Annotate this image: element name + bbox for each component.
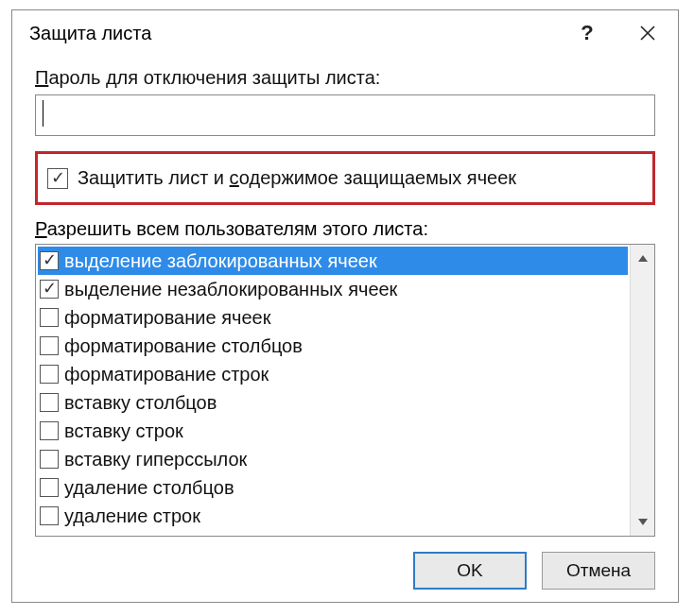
dialog-content: Пароль для отключения защиты листа: Защи… [12,56,678,537]
permission-label: форматирование столбцов [64,335,303,357]
scroll-track[interactable] [631,271,654,509]
close-button[interactable] [617,10,678,56]
permissions-label-hotkey: Р [35,218,47,239]
permissions-listbox-wrap: выделение заблокированных ячееквыделение… [35,244,655,537]
password-label-hotkey: П [35,67,48,88]
permission-checkbox[interactable] [40,450,59,469]
list-item[interactable]: форматирование столбцов [38,332,628,360]
permission-label: форматирование строк [64,364,269,385]
cancel-button[interactable]: Отмена [542,552,655,590]
list-item[interactable]: вставку гиперссылок [38,445,628,473]
protect-sheet-dialog: Защита листа ? Пароль для отключения защ… [11,9,679,603]
permission-checkbox[interactable] [40,393,59,412]
password-box [35,94,655,136]
permission-checkbox[interactable] [40,421,59,440]
list-item[interactable]: форматирование ячеек [38,303,628,332]
protect-sheet-checkbox[interactable] [47,168,68,189]
close-icon [638,24,657,43]
protect-label-post: одержимое защищаемых ячеек [239,167,516,188]
permission-checkbox[interactable] [40,478,59,497]
password-label: Пароль для отключения защиты листа: [35,67,655,89]
permissions-label: Разрешить всем пользователям этого листа… [35,218,655,240]
svg-marker-3 [638,519,648,525]
scroll-up-button[interactable] [631,245,654,271]
permission-label: вставку столбцов [64,392,217,414]
permission-checkbox[interactable] [40,251,59,270]
password-label-post: ароль для отключения защиты листа: [48,67,380,88]
protect-label-hotkey: с [230,167,239,188]
titlebar: Защита листа ? [12,10,678,56]
svg-marker-2 [638,255,648,262]
list-item[interactable]: выделение незаблокированных ячеек [38,275,628,303]
protect-label-pre: Защитить лист и [78,167,230,188]
chevron-down-icon [637,518,649,527]
list-item[interactable]: вставку строк [38,417,628,445]
dialog-title: Защита листа [29,23,557,44]
list-item[interactable]: удаление строк [38,502,628,530]
permission-checkbox[interactable] [40,506,59,525]
dialog-footer: OK Отмена [12,537,678,607]
permission-label: вставку строк [64,420,183,442]
permission-checkbox[interactable] [40,336,59,355]
permission-label: вставку гиперссылок [64,449,247,471]
permission-label: удаление столбцов [64,477,234,499]
list-item[interactable]: удаление столбцов [38,473,628,502]
permissions-listbox[interactable]: выделение заблокированных ячееквыделение… [36,245,630,536]
scrollbar[interactable] [630,245,654,536]
scroll-down-button[interactable] [631,509,654,536]
protect-sheet-row: Защитить лист и содержимое защищаемых яч… [35,151,655,205]
password-input[interactable] [35,94,655,136]
list-item[interactable]: вставку столбцов [38,388,628,417]
list-item[interactable]: выделение заблокированных ячеек [38,247,628,275]
protect-sheet-label: Защитить лист и содержимое защищаемых яч… [78,167,516,189]
permission-checkbox[interactable] [40,308,59,327]
permission-label: выделение заблокированных ячеек [64,250,377,272]
help-button[interactable]: ? [557,10,617,56]
permissions-label-post: азрешить всем пользователям этого листа: [47,218,428,239]
permission-label: удаление строк [64,505,200,527]
text-caret [43,100,43,127]
permission-label: выделение незаблокированных ячеек [64,279,397,300]
permission-checkbox[interactable] [40,280,59,299]
list-item[interactable]: форматирование строк [38,360,628,388]
permission-checkbox[interactable] [40,365,59,384]
chevron-up-icon [637,253,649,263]
permission-label: форматирование ячеек [64,307,270,329]
ok-button[interactable]: OK [413,552,527,590]
